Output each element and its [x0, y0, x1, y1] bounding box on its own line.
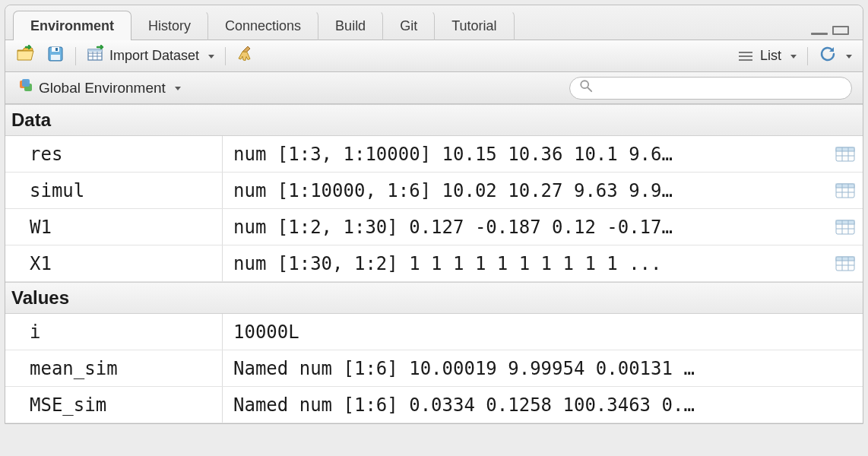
environment-pane: Environment History Connections Build Gi… — [5, 5, 863, 424]
environment-icon — [19, 78, 34, 97]
search-icon — [579, 79, 593, 97]
object-value: Named num [1:6] 10.00019 9.99954 0.00131… — [223, 350, 828, 386]
tab-tutorial[interactable]: Tutorial — [434, 11, 514, 40]
view-data-button[interactable] — [828, 136, 863, 172]
toolbar-separator — [225, 47, 226, 65]
tab-label: History — [148, 18, 191, 33]
object-value: num [1:3, 1:10000] 10.15 10.36 10.1 9.6… — [223, 136, 828, 172]
chevron-down-icon — [175, 87, 181, 90]
toolbar-separator — [807, 47, 808, 65]
tab-build[interactable]: Build — [318, 11, 383, 40]
svg-rect-2 — [55, 48, 58, 51]
import-dataset-label: Import Dataset — [109, 48, 199, 64]
environment-scope-dropdown[interactable]: Global Environment — [16, 77, 184, 99]
object-value: num [1:2, 1:30] 0.127 -0.187 0.12 -0.17… — [223, 209, 828, 245]
environment-listing: Data res num [1:3, 1:10000] 10.15 10.36 … — [5, 104, 863, 423]
section-header-values: Values — [5, 282, 863, 314]
chevron-down-icon — [846, 55, 852, 59]
object-name: simul — [5, 173, 223, 208]
search-field[interactable] — [569, 77, 852, 100]
view-data-button[interactable] — [828, 173, 863, 208]
toolbar-separator — [75, 47, 76, 65]
environment-row[interactable]: i 10000L — [5, 314, 863, 350]
maximize-icon[interactable] — [832, 26, 849, 35]
svg-rect-16 — [836, 147, 854, 151]
svg-rect-9 — [88, 49, 102, 52]
environment-row[interactable]: mean_sim Named num [1:6] 10.00019 9.9995… — [5, 350, 863, 387]
load-workspace-button[interactable] — [13, 43, 37, 68]
import-table-icon — [87, 45, 105, 67]
svg-rect-3 — [51, 55, 60, 60]
object-name: mean_sim — [5, 350, 223, 386]
environment-row[interactable]: simul num [1:10000, 1:6] 10.02 10.27 9.6… — [5, 173, 863, 209]
environment-row[interactable]: res num [1:3, 1:10000] 10.15 10.36 10.1 … — [5, 136, 863, 173]
view-mode-dropdown[interactable]: List — [736, 46, 800, 65]
svg-rect-12 — [22, 79, 30, 87]
save-workspace-button[interactable] — [43, 43, 68, 68]
section-header-data: Data — [5, 104, 863, 136]
object-name: MSE_sim — [5, 387, 223, 423]
data-grid-icon — [835, 256, 855, 271]
object-name: X1 — [5, 245, 223, 281]
tab-label: Git — [400, 18, 417, 33]
tab-label: Tutorial — [451, 18, 496, 33]
svg-line-14 — [588, 87, 591, 91]
tab-strip: Environment History Connections Build Gi… — [5, 5, 863, 40]
view-mode-label: List — [760, 48, 781, 64]
object-value: num [1:30, 1:2] 1 1 1 1 1 1 1 1 1 1 ... — [223, 245, 828, 281]
clear-environment-button[interactable] — [233, 43, 258, 68]
environment-scope-bar: Global Environment — [5, 72, 863, 104]
view-data-button[interactable] — [828, 245, 863, 281]
object-name: res — [5, 136, 223, 172]
chevron-down-icon — [790, 55, 797, 59]
svg-rect-31 — [836, 257, 854, 261]
data-grid-icon — [835, 220, 855, 235]
environment-toolbar: Import Dataset List — [5, 40, 863, 72]
refresh-icon — [819, 45, 837, 67]
refresh-button[interactable] — [816, 43, 855, 68]
tab-label: Connections — [225, 18, 301, 33]
svg-rect-26 — [836, 220, 854, 224]
object-value: num [1:10000, 1:6] 10.02 10.27 9.63 9.9… — [223, 173, 828, 208]
section-title: Data — [11, 109, 51, 130]
environment-row[interactable]: MSE_sim Named num [1:6] 0.0334 0.1258 10… — [5, 387, 863, 423]
minimize-icon[interactable] — [811, 33, 828, 35]
object-value: Named num [1:6] 0.0334 0.1258 100.3463 0… — [223, 387, 828, 423]
search-input[interactable] — [593, 81, 842, 96]
tab-connections[interactable]: Connections — [207, 11, 318, 40]
object-name: i — [5, 314, 223, 350]
object-name: W1 — [5, 209, 223, 245]
environment-row[interactable]: X1 num [1:30, 1:2] 1 1 1 1 1 1 1 1 1 1 .… — [5, 245, 863, 282]
view-data-button[interactable] — [828, 209, 863, 245]
folder-open-icon — [16, 45, 34, 67]
save-icon — [46, 45, 65, 67]
svg-rect-21 — [836, 184, 854, 188]
list-lines-icon — [739, 52, 752, 61]
tab-history[interactable]: History — [131, 11, 208, 40]
environment-scope-label: Global Environment — [39, 80, 166, 97]
tab-environment[interactable]: Environment — [13, 11, 131, 40]
chevron-down-icon — [208, 55, 214, 59]
tab-label: Build — [335, 18, 366, 33]
tab-git[interactable]: Git — [382, 11, 435, 40]
broom-icon — [236, 45, 255, 67]
data-grid-icon — [835, 183, 855, 198]
object-value: 10000L — [223, 314, 828, 350]
section-title: Values — [11, 287, 69, 308]
tab-label: Environment — [30, 18, 114, 33]
data-grid-icon — [835, 147, 855, 162]
environment-row[interactable]: W1 num [1:2, 1:30] 0.127 -0.187 0.12 -0.… — [5, 209, 863, 245]
import-dataset-button[interactable]: Import Dataset — [84, 43, 217, 68]
